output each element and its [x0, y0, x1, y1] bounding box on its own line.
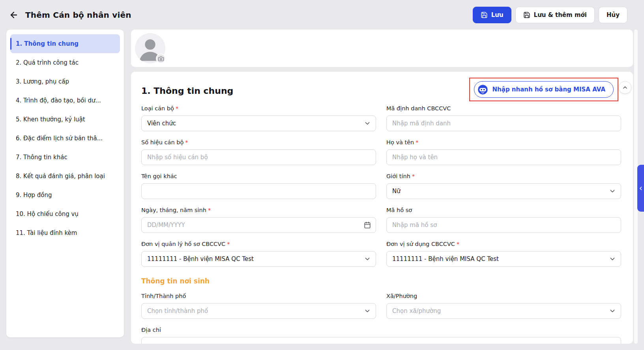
- cancel-button[interactable]: Hủy: [599, 7, 627, 23]
- collapse-section-button[interactable]: [619, 81, 631, 94]
- field-ward: Xã/Phường Chọn xã/phường: [386, 292, 621, 319]
- using-unit-label: Đơn vị sử dụng CBCCVC: [386, 241, 455, 247]
- managing-unit-label: Đơn vị quản lý hồ sơ CBCCVC: [141, 241, 225, 247]
- field-province: Tỉnh/Thành phố Chọn tỉnh/thành phố: [141, 292, 376, 319]
- upload-photo-button[interactable]: [156, 54, 166, 63]
- identity-code-input[interactable]: [392, 116, 615, 131]
- back-button[interactable]: [7, 8, 21, 22]
- sidebar-item-dac-diem-lich-su[interactable]: 6. Đặc điểm lịch sử bản thâ...: [10, 129, 120, 148]
- staff-type-value: Viên chức: [147, 120, 176, 127]
- chevron-down-icon: [364, 307, 371, 315]
- save-and-new-button[interactable]: Lưu & thêm mới: [515, 7, 595, 23]
- chevron-down-icon: [609, 255, 616, 262]
- chevron-up-icon: [622, 84, 628, 91]
- general-info-card: 1. Thông tin chung Nhập nhanh hồ sơ bằng…: [131, 72, 633, 344]
- save-icon: [523, 11, 530, 19]
- save-and-new-button-label: Lưu & thêm mới: [534, 11, 587, 19]
- other-name-label: Tên gọi khác: [141, 173, 177, 179]
- expand-panel-tab[interactable]: [637, 165, 644, 212]
- address-input[interactable]: [147, 337, 615, 344]
- staff-type-label: Loại cán bộ: [141, 105, 174, 112]
- field-staff-number: Số hiệu cán bộ*: [141, 138, 376, 165]
- birth-date-label: Ngày, tháng, năm sinh: [141, 207, 206, 213]
- field-birth-date: Ngày, tháng, năm sinh*: [141, 206, 376, 233]
- other-name-input[interactable]: [147, 184, 370, 199]
- province-placeholder: Chọn tỉnh/thành phố: [147, 307, 208, 315]
- save-button[interactable]: Lưu: [473, 7, 511, 23]
- required-mark: *: [457, 241, 459, 247]
- field-address: Địa chỉ: [141, 326, 621, 344]
- chevron-down-icon: [609, 307, 616, 315]
- address-label: Địa chỉ: [141, 327, 161, 333]
- staff-number-input[interactable]: [147, 150, 370, 165]
- sidebar-item-luong-phu-cap[interactable]: 3. Lương, phụ cấp: [10, 72, 120, 91]
- profile-code-label: Mã hồ sơ: [386, 207, 412, 213]
- calendar-icon[interactable]: [364, 222, 371, 229]
- sidebar-item-hop-dong[interactable]: 9. Hợp đồng: [10, 186, 120, 205]
- required-mark: *: [208, 207, 211, 213]
- field-gender: Giới tính* Nữ: [386, 172, 621, 199]
- header-actions: Lưu Lưu & thêm mới Hủy: [473, 7, 627, 23]
- misa-ava-button-label: Nhập nhanh hồ sơ bằng MISA AVA: [492, 86, 605, 93]
- sidebar-item-thong-tin-chung[interactable]: 1. Thông tin chung: [10, 34, 120, 53]
- managing-unit-select[interactable]: 11111111 - Bệnh viện MISA QC Test: [141, 251, 376, 267]
- camera-icon: [158, 56, 164, 61]
- required-mark: *: [227, 241, 230, 247]
- ward-label: Xã/Phường: [386, 293, 417, 299]
- identity-code-control: [386, 115, 621, 131]
- birth-date-control: [141, 217, 376, 233]
- section-sidebar: 1. Thông tin chung 2. Quá trình công tác…: [6, 30, 124, 337]
- cancel-button-label: Hủy: [607, 11, 620, 19]
- ward-select[interactable]: Chọn xã/phường: [386, 303, 621, 319]
- misa-ava-robot-icon: [477, 84, 488, 95]
- using-unit-select[interactable]: 11111111 - Bệnh viện MISA QC Test: [386, 251, 621, 267]
- full-name-label: Họ và tên: [386, 139, 414, 145]
- birth-date-input[interactable]: [147, 218, 370, 233]
- sidebar-item-ket-qua-danh-gia[interactable]: 8. Kết quả đánh giá, phân loại: [10, 167, 120, 186]
- required-mark: *: [412, 173, 415, 179]
- field-using-unit: Đơn vị sử dụng CBCCVC* 11111111 - Bệnh v…: [386, 240, 621, 267]
- required-mark: *: [185, 139, 188, 145]
- misa-ava-quick-fill-button[interactable]: Nhập nhanh hồ sơ bằng MISA AVA: [474, 81, 614, 98]
- back-arrow-icon: [9, 10, 19, 20]
- managing-unit-value: 11111111 - Bệnh viện MISA QC Test: [147, 255, 254, 262]
- sidebar-item-khen-thuong-ky-luat[interactable]: 5. Khen thưởng, kỷ luật: [10, 110, 120, 129]
- staff-number-label: Số hiệu cán bộ: [141, 139, 183, 145]
- sidebar-item-qua-trinh-cong-tac[interactable]: 2. Quá trình công tác: [10, 53, 120, 72]
- profile-code-input[interactable]: [392, 218, 615, 233]
- birthplace-section-heading: Thông tin nơi sinh: [141, 277, 621, 285]
- page-title: Thêm Cán bộ nhân viên: [25, 10, 131, 20]
- gender-label: Giới tính: [386, 173, 410, 179]
- chevron-down-icon: [364, 255, 371, 262]
- gender-value: Nữ: [392, 188, 401, 195]
- chevron-left-icon: [638, 186, 643, 191]
- field-staff-type: Loại cán bộ* Viên chức: [141, 104, 376, 131]
- general-info-form: Loại cán bộ* Viên chức Mã định danh CBCC…: [141, 104, 621, 344]
- save-button-label: Lưu: [491, 11, 504, 19]
- sidebar-item-tai-lieu-dinh-kem[interactable]: 11. Tài liệu đính kèm: [10, 223, 120, 242]
- field-identity-code: Mã định danh CBCCVC: [386, 104, 621, 131]
- chevron-down-icon: [609, 188, 616, 195]
- field-full-name: Họ và tên*: [386, 138, 621, 165]
- avatar-card: [131, 30, 633, 67]
- page-header: Thêm Cán bộ nhân viên Lưu Lưu & thêm mới…: [0, 0, 644, 30]
- field-profile-code: Mã hồ sơ: [386, 206, 621, 233]
- full-name-input[interactable]: [392, 150, 615, 165]
- chevron-down-icon: [364, 120, 371, 127]
- required-mark: *: [416, 139, 418, 145]
- field-managing-unit: Đơn vị quản lý hồ sơ CBCCVC* 11111111 - …: [141, 240, 376, 267]
- required-mark: *: [176, 105, 178, 112]
- staff-type-select[interactable]: Viên chức: [141, 115, 376, 131]
- province-label: Tỉnh/Thành phố: [141, 293, 186, 299]
- address-control: [141, 337, 621, 344]
- other-name-control: [141, 183, 376, 199]
- profile-code-control: [386, 217, 621, 233]
- province-select[interactable]: Chọn tỉnh/thành phố: [141, 303, 376, 319]
- gender-select[interactable]: Nữ: [386, 183, 621, 199]
- field-other-name: Tên gọi khác: [141, 172, 376, 199]
- identity-code-label: Mã định danh CBCCVC: [386, 105, 451, 112]
- sidebar-item-ho-chieu-cong-vu[interactable]: 10. Hộ chiếu công vụ: [10, 205, 120, 223]
- sidebar-item-thong-tin-khac[interactable]: 7. Thông tin khác: [10, 148, 120, 167]
- ward-placeholder: Chọn xã/phường: [392, 307, 441, 315]
- sidebar-item-trinh-do-dao-tao[interactable]: 4. Trình độ, đào tạo, bồi dư...: [10, 91, 120, 110]
